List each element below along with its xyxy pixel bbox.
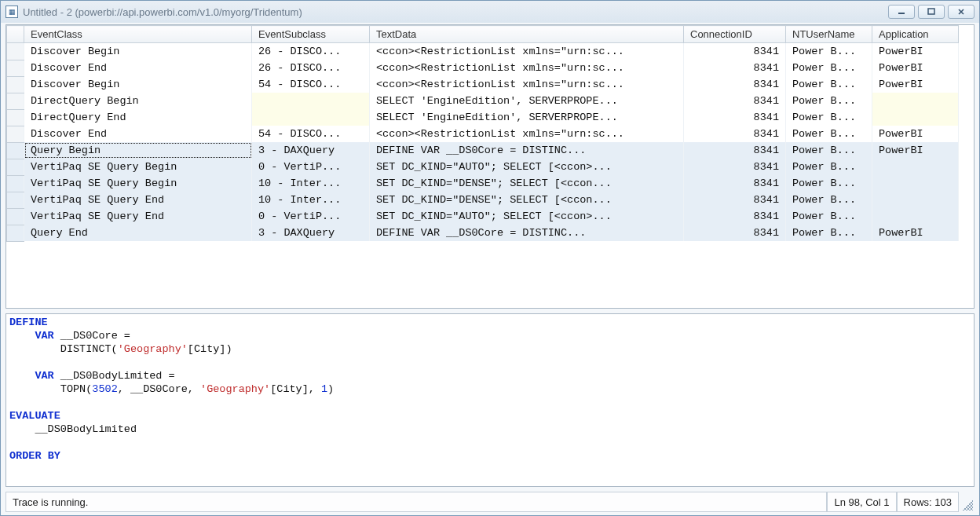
- cell-nt[interactable]: Power B...: [786, 175, 872, 192]
- cell-sub[interactable]: 54 - DISCO...: [252, 76, 370, 93]
- table-row[interactable]: Discover End26 - DISCO...<ccon><Restrict…: [7, 60, 959, 76]
- cell-sub[interactable]: 26 - DISCO...: [252, 43, 370, 60]
- col-header-ntusername[interactable]: NTUserName: [786, 26, 872, 43]
- table-row[interactable]: VertiPaq SE Query Begin10 - Inter...SET …: [7, 175, 959, 192]
- titlebar[interactable]: ▦ Untitled - 2 (powerbi://api.powerbi.co…: [1, 1, 979, 23]
- cell-text[interactable]: <ccon><RestrictionList xmlns="urn:sc...: [370, 43, 684, 60]
- table-row[interactable]: VertiPaq SE Query Begin0 - VertiP...SET …: [7, 159, 959, 175]
- cell-sub[interactable]: 0 - VertiP...: [252, 208, 370, 225]
- table-row[interactable]: VertiPaq SE Query End10 - Inter...SET DC…: [7, 192, 959, 208]
- cell-conn[interactable]: 8341: [684, 208, 786, 225]
- col-header-textdata[interactable]: TextData: [370, 26, 684, 43]
- cell-event[interactable]: Query Begin: [24, 142, 252, 159]
- close-button[interactable]: [948, 5, 975, 19]
- cell-rowhead[interactable]: [7, 208, 24, 225]
- minimize-button[interactable]: [888, 5, 915, 19]
- cell-app[interactable]: PowerBI: [872, 76, 959, 93]
- cell-text[interactable]: DEFINE VAR __DS0Core = DISTINC...: [370, 142, 684, 159]
- cell-event[interactable]: Discover Begin: [24, 76, 252, 93]
- cell-app[interactable]: [872, 93, 959, 109]
- trace-grid-scroll[interactable]: EventClass EventSubclass TextData Connec…: [6, 25, 974, 308]
- cell-sub[interactable]: 26 - DISCO...: [252, 60, 370, 76]
- cell-sub[interactable]: [252, 93, 370, 109]
- cell-nt[interactable]: Power B...: [786, 142, 872, 159]
- cell-conn[interactable]: 8341: [684, 142, 786, 159]
- cell-text[interactable]: SET DC_KIND="DENSE"; SELECT [<ccon...: [370, 175, 684, 192]
- cell-rowhead[interactable]: [7, 225, 24, 241]
- cell-conn[interactable]: 8341: [684, 225, 786, 241]
- cell-nt[interactable]: Power B...: [786, 225, 872, 241]
- cell-conn[interactable]: 8341: [684, 159, 786, 175]
- col-header-eventclass[interactable]: EventClass: [24, 26, 252, 43]
- table-row[interactable]: DirectQuery Begin SELECT 'EngineEdition'…: [7, 93, 959, 109]
- cell-text[interactable]: SET DC_KIND="DENSE"; SELECT [<ccon...: [370, 192, 684, 208]
- cell-rowhead[interactable]: [7, 175, 24, 192]
- col-header-connectionid[interactable]: ConnectionID: [684, 26, 786, 43]
- cell-rowhead[interactable]: [7, 126, 24, 142]
- cell-conn[interactable]: 8341: [684, 126, 786, 142]
- cell-nt[interactable]: Power B...: [786, 109, 872, 126]
- cell-event[interactable]: VertiPaq SE Query End: [24, 192, 252, 208]
- cell-sub[interactable]: 54 - DISCO...: [252, 126, 370, 142]
- cell-app[interactable]: PowerBI: [872, 126, 959, 142]
- cell-nt[interactable]: Power B...: [786, 192, 872, 208]
- cell-rowhead[interactable]: [7, 93, 24, 109]
- cell-nt[interactable]: Power B...: [786, 208, 872, 225]
- cell-text[interactable]: SET DC_KIND="AUTO"; SELECT [<ccon>...: [370, 208, 684, 225]
- cell-text[interactable]: <ccon><RestrictionList xmlns="urn:sc...: [370, 60, 684, 76]
- cell-conn[interactable]: 8341: [684, 192, 786, 208]
- cell-text[interactable]: <ccon><RestrictionList xmlns="urn:sc...: [370, 76, 684, 93]
- table-row[interactable]: Discover Begin54 - DISCO...<ccon><Restri…: [7, 76, 959, 93]
- cell-nt[interactable]: Power B...: [786, 159, 872, 175]
- resize-grip[interactable]: [959, 492, 975, 512]
- cell-app[interactable]: [872, 192, 959, 208]
- cell-event[interactable]: Query End: [24, 225, 252, 241]
- cell-event[interactable]: DirectQuery End: [24, 109, 252, 126]
- cell-conn[interactable]: 8341: [684, 43, 786, 60]
- cell-conn[interactable]: 8341: [684, 76, 786, 93]
- cell-text[interactable]: SELECT 'EngineEdition', SERVERPROPE...: [370, 109, 684, 126]
- cell-event[interactable]: Discover End: [24, 60, 252, 76]
- cell-app[interactable]: PowerBI: [872, 43, 959, 60]
- cell-event[interactable]: Discover End: [24, 126, 252, 142]
- table-row[interactable]: Query End3 - DAXQueryDEFINE VAR __DS0Cor…: [7, 225, 959, 241]
- cell-event[interactable]: VertiPaq SE Query Begin: [24, 175, 252, 192]
- cell-sub[interactable]: 3 - DAXQuery: [252, 142, 370, 159]
- cell-rowhead[interactable]: [7, 192, 24, 208]
- cell-conn[interactable]: 8341: [684, 109, 786, 126]
- cell-rowhead[interactable]: [7, 109, 24, 126]
- cell-event[interactable]: DirectQuery Begin: [24, 93, 252, 109]
- cell-nt[interactable]: Power B...: [786, 76, 872, 93]
- cell-nt[interactable]: Power B...: [786, 60, 872, 76]
- cell-app[interactable]: [872, 159, 959, 175]
- cell-event[interactable]: VertiPaq SE Query End: [24, 208, 252, 225]
- cell-app[interactable]: PowerBI: [872, 225, 959, 241]
- maximize-button[interactable]: [918, 5, 945, 19]
- col-header-application[interactable]: Application: [872, 26, 959, 43]
- cell-sub[interactable]: 10 - Inter...: [252, 175, 370, 192]
- row-selector-header[interactable]: [7, 26, 24, 43]
- table-row[interactable]: DirectQuery End SELECT 'EngineEdition', …: [7, 109, 959, 126]
- cell-app[interactable]: [872, 208, 959, 225]
- table-row[interactable]: Discover Begin26 - DISCO...<ccon><Restri…: [7, 43, 959, 60]
- col-header-eventsubclass[interactable]: EventSubclass: [252, 26, 370, 43]
- cell-rowhead[interactable]: [7, 60, 24, 76]
- cell-sub[interactable]: 10 - Inter...: [252, 192, 370, 208]
- cell-event[interactable]: Discover Begin: [24, 43, 252, 60]
- cell-text[interactable]: <ccon><RestrictionList xmlns="urn:sc...: [370, 126, 684, 142]
- table-row[interactable]: VertiPaq SE Query End0 - VertiP...SET DC…: [7, 208, 959, 225]
- cell-rowhead[interactable]: [7, 142, 24, 159]
- cell-sub[interactable]: 3 - DAXQuery: [252, 225, 370, 241]
- cell-rowhead[interactable]: [7, 159, 24, 175]
- cell-text[interactable]: SELECT 'EngineEdition', SERVERPROPE...: [370, 93, 684, 109]
- cell-app[interactable]: PowerBI: [872, 60, 959, 76]
- cell-rowhead[interactable]: [7, 43, 24, 60]
- cell-conn[interactable]: 8341: [684, 60, 786, 76]
- cell-sub[interactable]: 0 - VertiP...: [252, 159, 370, 175]
- cell-text[interactable]: SET DC_KIND="AUTO"; SELECT [<ccon>...: [370, 159, 684, 175]
- cell-app[interactable]: PowerBI: [872, 142, 959, 159]
- cell-app[interactable]: [872, 175, 959, 192]
- trace-grid[interactable]: EventClass EventSubclass TextData Connec…: [6, 25, 959, 242]
- cell-event[interactable]: VertiPaq SE Query Begin: [24, 159, 252, 175]
- cell-rowhead[interactable]: [7, 76, 24, 93]
